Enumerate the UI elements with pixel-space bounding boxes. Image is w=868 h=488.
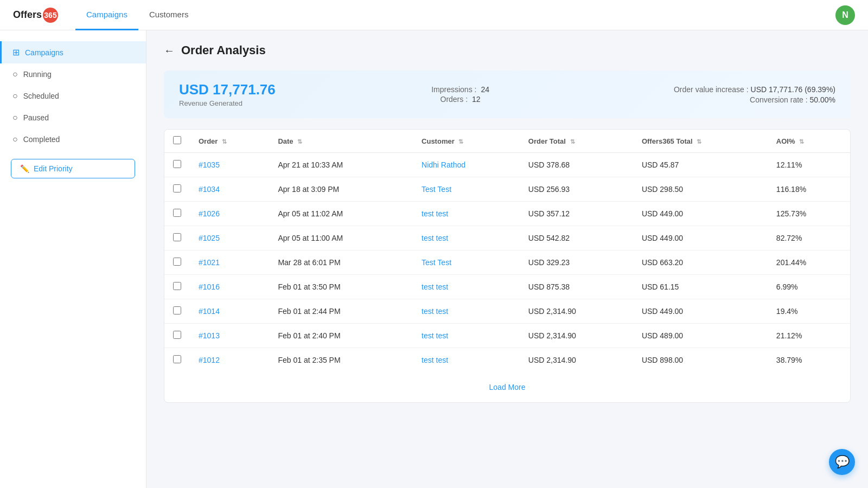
page-header: ← Order Analysis <box>164 43 851 57</box>
logo: Offers 365 <box>13 8 58 23</box>
row-order-total-6: USD 2,314.90 <box>520 299 633 324</box>
row-order-3: #1025 <box>190 226 269 251</box>
impressions-value: 24 <box>481 85 489 94</box>
customer-link-8[interactable]: test test <box>422 356 448 364</box>
row-order-total-1: USD 256.93 <box>520 177 633 202</box>
chat-icon: 💬 <box>835 455 850 469</box>
orders-table: Order ⇅ Date ⇅ Customer ⇅ Order Total <box>164 130 850 372</box>
col-aoi[interactable]: AOI% ⇅ <box>768 130 850 153</box>
customer-link-7[interactable]: test test <box>422 331 448 340</box>
row-aoi-1: 116.18% <box>768 177 850 202</box>
table-body: #1035 Apr 21 at 10:33 AM Nidhi Rathod US… <box>164 153 850 373</box>
sidebar-item-scheduled[interactable]: ○ Scheduled <box>0 85 146 107</box>
row-order-total-0: USD 378.68 <box>520 153 633 177</box>
customer-link-2[interactable]: test test <box>422 209 448 218</box>
order-link-4[interactable]: #1021 <box>199 258 220 267</box>
row-customer-3: test test <box>413 226 520 251</box>
col-customer[interactable]: Customer ⇅ <box>413 130 520 153</box>
row-date-7: Feb 01 at 2:40 PM <box>269 324 413 348</box>
row-offers365-total-2: USD 449.00 <box>633 202 768 226</box>
customer-link-3[interactable]: test test <box>422 234 448 242</box>
col-order-label: Order <box>199 137 218 145</box>
row-checkbox-3[interactable] <box>173 233 181 241</box>
order-link-6[interactable]: #1014 <box>199 307 220 316</box>
row-checkbox-cell <box>164 251 190 275</box>
edit-priority-button[interactable]: ✏️ Edit Priority <box>11 159 135 178</box>
row-customer-2: test test <box>413 202 520 226</box>
customer-link-0[interactable]: Nidhi Rathod <box>422 160 465 169</box>
sidebar-item-completed[interactable]: ○ Completed <box>0 129 146 150</box>
order-link-0[interactable]: #1035 <box>199 160 220 169</box>
order-link-5[interactable]: #1016 <box>199 282 220 291</box>
row-order-total-7: USD 2,314.90 <box>520 324 633 348</box>
row-checkbox-cell <box>164 153 190 177</box>
customer-link-1[interactable]: Test Test <box>422 185 451 194</box>
row-checkbox-5[interactable] <box>173 282 181 290</box>
customer-link-4[interactable]: Test Test <box>422 258 451 267</box>
customer-link-6[interactable]: test test <box>422 307 448 316</box>
load-more-row: Load More <box>164 372 850 402</box>
row-order-4: #1021 <box>190 251 269 275</box>
col-offers365-total[interactable]: Offers365 Total ⇅ <box>633 130 768 153</box>
stats-middle: Impressions : 24 Orders : 12 <box>367 84 554 105</box>
customer-link-5[interactable]: test test <box>422 282 448 291</box>
row-checkbox-cell <box>164 299 190 324</box>
order-link-8[interactable]: #1012 <box>199 356 220 364</box>
row-checkbox-8[interactable] <box>173 355 181 363</box>
order-value-row: Order value increase : USD 17,771.76 (69… <box>554 85 835 94</box>
col-order-total[interactable]: Order Total ⇅ <box>520 130 633 153</box>
paused-icon: ○ <box>12 113 18 123</box>
col-order[interactable]: Order ⇅ <box>190 130 269 153</box>
row-checkbox-cell <box>164 324 190 348</box>
row-date-5: Feb 01 at 3:50 PM <box>269 275 413 299</box>
edit-priority-label: Edit Priority <box>34 164 73 173</box>
order-link-7[interactable]: #1013 <box>199 331 220 340</box>
row-customer-0: Nidhi Rathod <box>413 153 520 177</box>
load-more-button[interactable]: Load More <box>489 383 526 391</box>
order-link-1[interactable]: #1034 <box>199 185 220 194</box>
order-link-3[interactable]: #1025 <box>199 234 220 242</box>
col-aoi-label: AOI% <box>776 137 795 145</box>
back-button[interactable]: ← <box>164 44 175 57</box>
orders-label: Orders : <box>441 95 468 104</box>
row-order-2: #1026 <box>190 202 269 226</box>
row-checkbox-7[interactable] <box>173 331 181 339</box>
row-checkbox-2[interactable] <box>173 209 181 217</box>
row-order-5: #1016 <box>190 275 269 299</box>
row-checkbox-cell <box>164 275 190 299</box>
conversion-value: 50.00% <box>810 95 835 104</box>
completed-icon: ○ <box>12 134 18 144</box>
sidebar-item-running[interactable]: ○ Running <box>0 63 146 85</box>
select-all-col <box>164 130 190 153</box>
row-offers365-total-6: USD 449.00 <box>633 299 768 324</box>
row-order-6: #1014 <box>190 299 269 324</box>
select-all-checkbox[interactable] <box>173 136 181 144</box>
row-date-1: Apr 18 at 3:09 PM <box>269 177 413 202</box>
row-customer-7: test test <box>413 324 520 348</box>
row-checkbox-6[interactable] <box>173 306 181 314</box>
row-customer-6: test test <box>413 299 520 324</box>
row-aoi-0: 12.11% <box>768 153 850 177</box>
order-link-2[interactable]: #1026 <box>199 209 220 218</box>
row-checkbox-4[interactable] <box>173 258 181 266</box>
nav-customers[interactable]: Customers <box>138 0 200 30</box>
row-checkbox-0[interactable] <box>173 160 181 168</box>
col-date[interactable]: Date ⇅ <box>269 130 413 153</box>
stats-right: Order value increase : USD 17,771.76 (69… <box>554 84 835 106</box>
chat-fab-button[interactable]: 💬 <box>829 449 855 475</box>
table-row: #1021 Mar 28 at 6:01 PM Test Test USD 32… <box>164 251 850 275</box>
sidebar-item-campaigns[interactable]: ⊞ Campaigns <box>0 41 146 63</box>
table-row: #1016 Feb 01 at 3:50 PM test test USD 87… <box>164 275 850 299</box>
impressions-row: Impressions : 24 <box>367 85 554 94</box>
nav-campaigns[interactable]: Campaigns <box>75 0 138 30</box>
sort-icon-order: ⇅ <box>222 138 227 145</box>
sidebar-label-running: Running <box>23 70 52 79</box>
row-checkbox-1[interactable] <box>173 184 181 192</box>
sidebar-item-paused[interactable]: ○ Paused <box>0 107 146 129</box>
stats-card: USD 17,771.76 Revenue Generated Impressi… <box>164 70 851 118</box>
row-offers365-total-3: USD 449.00 <box>633 226 768 251</box>
col-date-label: Date <box>278 137 293 145</box>
table-row: #1014 Feb 01 at 2:44 PM test test USD 2,… <box>164 299 850 324</box>
row-customer-5: test test <box>413 275 520 299</box>
sort-icon-aoi: ⇅ <box>799 138 804 145</box>
